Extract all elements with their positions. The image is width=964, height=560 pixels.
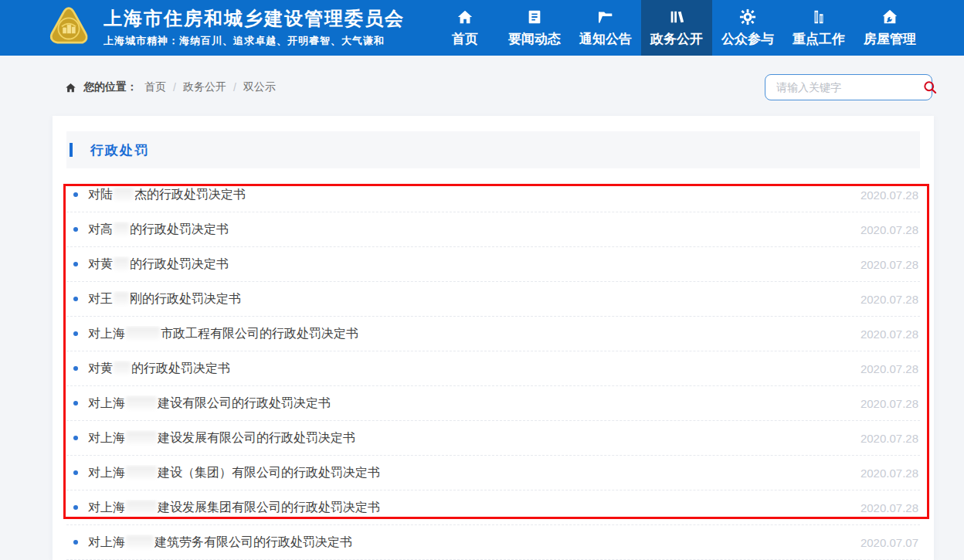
agency-logo-icon [46,5,91,50]
nav-label: 政务公开 [650,30,703,48]
content-card: 行政处罚 对陆杰的行政处罚决定书 2020.07.28 对高的行政处罚决定书 2… [53,116,934,560]
redacted-text [126,396,157,409]
list-item-title[interactable]: 对上海建设发展集团有限公司的行政处罚决定书 [88,500,860,516]
bullet-icon [73,436,78,440]
redacted-text [114,292,129,305]
section-accent-bar [70,143,73,157]
bullet-icon [73,331,78,336]
list-item[interactable]: 对上海建设发展有限公司的行政处罚决定书 2020.07.28 [66,421,920,456]
list-item-title[interactable]: 对上海建设有限公司的行政处罚决定书 [88,395,860,412]
list-item[interactable]: 对上海市政工程有限公司的行政处罚决定书 2020.07.28 [66,317,920,351]
list-item-date: 2020.07.28 [860,293,918,306]
nav-label: 要闻动态 [508,30,561,48]
redacted-text [114,188,134,201]
section-header: 行政处罚 [66,131,920,168]
nav-label: 房屋管理 [864,30,916,48]
list-item-title[interactable]: 对上海建设发展有限公司的行政处罚决定书 [88,430,860,446]
list-item-title[interactable]: 对上海市政工程有限公司的行政处罚决定书 [88,326,860,342]
bullet-icon [73,227,78,232]
nav-label: 通知公告 [579,30,632,48]
breadcrumb: 您的位置： 首页 / 政务公开 / 双公示 [65,80,276,94]
breadcrumb-separator: / [233,81,236,93]
building-icon [810,8,827,25]
list-item-date: 2020.07.28 [860,432,918,445]
list-item[interactable]: 对黄的行政处罚决定书 2020.07.28 [66,247,920,282]
nav-item-government-affairs[interactable]: 政务公开 [641,0,712,56]
site-title: 上海市住房和城乡建设管理委员会 [104,8,405,30]
site-header: 上海市住房和城乡建设管理委员会 上海城市精神：海纳百川、追求卓越、开明睿智、大气… [0,0,964,56]
list-item-title[interactable]: 对上海建筑劳务有限公司的行政处罚决定书 [88,535,860,551]
redacted-text [126,501,157,514]
house-tools-icon [881,8,898,25]
list-item-date: 2020.07.28 [860,223,918,236]
list-item[interactable]: 对高的行政处罚决定书 2020.07.28 [66,212,920,247]
bullet-icon [73,262,78,266]
site-titles: 上海市住房和城乡建设管理委员会 上海城市精神：海纳百川、追求卓越、开明睿智、大气… [104,8,405,49]
list-item-date: 2020.07.28 [860,362,918,375]
nav-item-key-work[interactable]: 重点工作 [783,0,854,56]
folder-icon [597,8,614,25]
nav-item-public-participation[interactable]: 公众参与 [712,0,783,56]
bullet-icon [73,470,78,475]
breadcrumb-link-home[interactable]: 首页 [144,80,166,94]
list-item-title[interactable]: 对王刚的行政处罚决定书 [88,291,860,307]
bullet-icon [73,540,78,545]
list-item-date: 2020.07.28 [860,328,918,341]
list-item-date: 2020.07.28 [860,467,918,480]
news-icon [526,8,543,25]
nav-item-home[interactable]: 首页 [431,0,499,56]
list-item[interactable]: 对上海建设（集团）有限公司的行政处罚决定书 2020.07.28 [66,456,920,490]
list-item[interactable]: 对王刚的行政处罚决定书 2020.07.28 [66,282,920,317]
list-item-date: 2020.07.28 [860,188,918,202]
list-item-date: 2020.07.28 [860,501,918,514]
nav-label: 首页 [452,30,478,48]
nav-label: 重点工作 [793,30,845,48]
nav-label: 公众参与 [721,30,774,48]
search-input[interactable] [765,75,922,100]
redacted-text [126,466,157,479]
bullet-icon [73,297,78,301]
redacted-text [114,361,131,375]
gear-icon [739,8,756,25]
redacted-text [126,327,160,340]
nav-item-news[interactable]: 要闻动态 [499,0,570,56]
redacted-text [126,431,157,444]
list-item[interactable]: 对陆杰的行政处罚决定书 2020.07.28 [66,178,920,212]
search-icon [922,80,938,95]
site-brand: 上海市住房和城乡建设管理委员会 上海城市精神：海纳百川、追求卓越、开明睿智、大气… [0,5,405,50]
list-item-date: 2020.07.28 [860,258,918,271]
site-subtitle: 上海城市精神：海纳百川、追求卓越、开明睿智、大气谦和 [104,34,405,48]
list-item[interactable]: 对上海建设发展集团有限公司的行政处罚决定书 2020.07.28 [66,490,920,525]
list-item-title[interactable]: 对高的行政处罚决定书 [88,222,860,238]
bullet-icon [73,192,78,197]
home-icon [457,8,474,25]
list-item[interactable]: 对上海建筑劳务有限公司的行政处罚决定书 2020.07.07 [66,525,920,560]
breadcrumb-link-dual-publicity[interactable]: 双公示 [243,80,276,94]
list-item-title[interactable]: 对黄的行政处罚决定书 [88,361,860,377]
penalty-list: 对陆杰的行政处罚决定书 2020.07.28 对高的行政处罚决定书 2020.0… [66,178,920,560]
page: 上海市住房和城乡建设管理委员会 上海城市精神：海纳百川、追求卓越、开明睿智、大气… [0,0,964,560]
search-button[interactable] [922,75,938,100]
list-item-title[interactable]: 对黄的行政处罚决定书 [88,256,860,273]
bullet-icon [73,366,78,371]
nav-item-housing-management[interactable]: 房屋管理 [854,0,925,56]
bullet-icon [73,401,78,406]
redacted-text [114,222,129,236]
list-item-date: 2020.07.07 [860,536,918,549]
breadcrumb-separator: / [173,81,176,93]
list-item[interactable]: 对黄的行政处罚决定书 2020.07.28 [66,351,920,386]
nav-item-notices[interactable]: 通知公告 [570,0,641,56]
list-item-title[interactable]: 对上海建设（集团）有限公司的行政处罚决定书 [88,465,860,481]
section-title: 行政处罚 [90,141,149,159]
search-box [765,74,932,100]
list-item-title[interactable]: 对陆杰的行政处罚决定书 [88,187,860,203]
breadcrumb-home-icon [65,82,76,93]
redacted-text [126,535,154,548]
list-item-date: 2020.07.28 [860,397,918,410]
breadcrumb-link-government-affairs[interactable]: 政务公开 [183,80,226,94]
list-item[interactable]: 对上海建设有限公司的行政处罚决定书 2020.07.28 [66,386,920,421]
redacted-text [114,257,129,270]
books-icon [668,8,685,25]
main-nav: 首页 要闻动态 通知公告 政务公开 公众参与 [431,0,925,56]
breadcrumb-label: 您的位置： [83,80,137,94]
